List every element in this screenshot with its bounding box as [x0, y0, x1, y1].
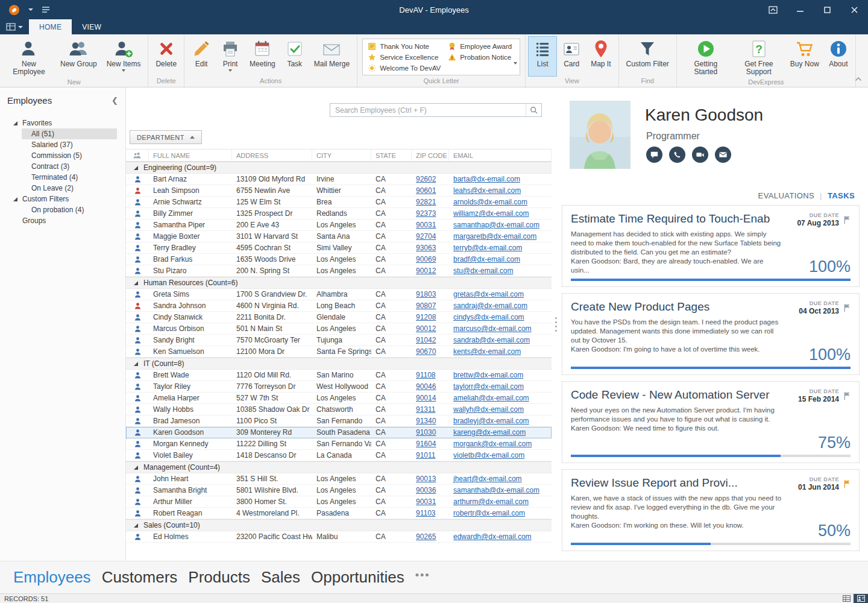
email-link[interactable]: gretas@dx-email.com	[453, 290, 524, 298]
table-row[interactable]: Brett Wade1120 Old Mill Rd.San MarinoCA9…	[126, 370, 552, 381]
quick-letter-employee-award[interactable]: Employee Award	[448, 42, 512, 51]
email-link[interactable]: sandraj@dx-email.com	[453, 302, 527, 310]
chat-button[interactable]	[646, 147, 662, 163]
sidebar-item[interactable]: Commission (5)	[22, 150, 117, 161]
table-row[interactable]: Sandy Bright7570 McGroarty TerTujungaCA9…	[126, 335, 552, 346]
email-link[interactable]: jheart@dx-email.com	[453, 475, 522, 483]
zip-link[interactable]: 93063	[416, 244, 436, 252]
zip-link[interactable]: 91042	[416, 336, 436, 344]
table-row[interactable]: Violet Bailey1418 Descanso DrLa CanadaCA…	[126, 450, 552, 461]
table-row[interactable]: Karen Goodson309 Monterey RdSouth Pasade…	[126, 427, 552, 438]
about-button[interactable]: About	[824, 36, 853, 78]
panel-splitter[interactable]	[552, 87, 560, 561]
email-link[interactable]: barta@dx-email.com	[453, 175, 520, 183]
zip-link[interactable]: 90046	[416, 382, 436, 391]
search-button[interactable]	[526, 104, 541, 116]
table-row[interactable]: Samantha Piper200 E Ave 43Los AngelesCA9…	[126, 219, 552, 231]
maximize-button[interactable]	[814, 0, 841, 19]
sidebar-item[interactable]: On probation (4)	[22, 204, 117, 215]
email-link[interactable]: cindys@dx-email.com	[453, 313, 524, 321]
zip-link[interactable]: 91103	[416, 509, 435, 517]
view-switcher-button[interactable]	[0, 19, 29, 34]
nav-item-customers[interactable]: Customers	[102, 568, 178, 587]
email-link[interactable]: leahs@dx-email.com	[453, 186, 521, 195]
email-link[interactable]: williamz@dx-email.com	[453, 209, 529, 218]
column-header-full-name[interactable]: FULL NAME	[149, 150, 232, 161]
table-row[interactable]: John Heart351 S Hill St.Los AngelesCA900…	[126, 473, 552, 485]
tab-view[interactable]: VIEW	[72, 19, 112, 34]
tab-tasks[interactable]: TASKS	[828, 191, 855, 200]
quick-letter-service-excellence[interactable]: Service Excellence	[368, 53, 441, 62]
new-group-button[interactable]: New Group	[55, 36, 102, 78]
task-card[interactable]: Create New Product PagesDUE DATE04 Oct 2…	[562, 293, 860, 375]
tree-section[interactable]: Groups	[0, 215, 125, 226]
zip-link[interactable]: 90601	[416, 186, 436, 195]
email-link[interactable]: robertr@dx-email.com	[453, 509, 525, 517]
tree-section[interactable]: Custom Filters	[0, 194, 125, 204]
email-link[interactable]: ameliah@dx-email.com	[453, 394, 529, 402]
table-row[interactable]: Sandra Johnson4600 N Virginia Rd.Long Be…	[126, 300, 552, 312]
table-row[interactable]: Bart Arnaz13109 Old Myford RdIrvineCA926…	[126, 174, 552, 185]
zip-link[interactable]: 91604	[416, 440, 436, 448]
zip-link[interactable]: 91030	[416, 428, 436, 437]
zip-link[interactable]: 91311	[416, 405, 435, 414]
nav-item-opportunities[interactable]: Opportunities	[311, 568, 404, 587]
video-call-button[interactable]	[692, 147, 708, 163]
email-link[interactable]: arnolds@dx-email.com	[453, 198, 527, 206]
table-row[interactable]: Amelia Harper527 W 7th StLos AngelesCA90…	[126, 393, 552, 404]
table-row[interactable]: Maggie Boxter3101 W Harvard StSanta AnaC…	[126, 231, 552, 242]
list-view-button[interactable]: List	[528, 36, 557, 77]
email-link[interactable]: kents@dx-email.com	[453, 347, 521, 356]
column-header-city[interactable]: CITY	[312, 150, 371, 161]
group-row[interactable]: Sales (Count=10)	[126, 519, 552, 531]
email-link[interactable]: bradleyj@dx-email.com	[453, 417, 529, 425]
zip-link[interactable]: 90013	[416, 475, 436, 483]
zip-link[interactable]: 90036	[416, 486, 436, 494]
email-link[interactable]: wallyh@dx-email.com	[453, 405, 524, 414]
card-view-button[interactable]: Card	[557, 36, 586, 77]
email-link[interactable]: margaretb@dx-email.com	[453, 232, 536, 241]
task-card[interactable]: Review Issue Report and Provi...DUE DATE…	[562, 469, 860, 551]
table-row[interactable]: Arnie Schwartz125 W Elm StBreaCA92821arn…	[126, 197, 552, 208]
grid-view-toggle[interactable]	[839, 594, 854, 603]
getting-started-button[interactable]: Getting Started	[679, 36, 732, 78]
meeting-button[interactable]: Meeting	[245, 36, 280, 77]
sidebar-item[interactable]: Contract (3)	[22, 161, 117, 172]
task-card[interactable]: Code Review - New Automation ServerDUE D…	[562, 381, 860, 463]
email-link[interactable]: kareng@dx-email.com	[453, 428, 526, 437]
mail-merge-button[interactable]: Mail Merge	[309, 36, 354, 77]
table-row[interactable]: Leah Simpson6755 Newlin AveWhittierCA906…	[126, 185, 552, 197]
customize-toolbar-icon[interactable]	[42, 6, 50, 13]
zip-link[interactable]: 91208	[416, 313, 436, 321]
zip-link[interactable]: 91803	[416, 290, 436, 298]
group-by-department-button[interactable]: DEPARTMENT	[130, 130, 202, 144]
table-row[interactable]: Taylor Riley7776 Torreyson DrWest Hollyw…	[126, 381, 552, 393]
nav-item-products[interactable]: Products	[188, 568, 250, 587]
table-row[interactable]: Wally Hobbs10385 Shadow Oak DrChatsworth…	[126, 404, 552, 415]
email-link[interactable]: taylorr@dx-email.com	[453, 382, 524, 391]
email-link[interactable]: brettw@dx-email.com	[453, 371, 523, 379]
column-header-zip-code[interactable]: ZIP CODE	[412, 150, 449, 161]
group-row[interactable]: Engineering (Count=9)	[126, 162, 552, 174]
zip-link[interactable]: 90031	[416, 497, 436, 506]
column-header-email[interactable]: EMAIL	[449, 150, 552, 161]
email-link[interactable]: stu@dx-email.com	[453, 267, 514, 275]
table-row[interactable]: Terry Bradley4595 Cochran StSimi ValleyC…	[126, 242, 552, 254]
edit-button[interactable]: Edit	[187, 36, 216, 77]
table-row[interactable]: Cindy Stanwick2211 Bonita Dr.GlendaleCA9…	[126, 312, 552, 323]
card-view-toggle[interactable]	[854, 594, 868, 603]
email-link[interactable]: bradf@dx-email.com	[453, 255, 520, 264]
zip-link[interactable]: 91011	[416, 451, 435, 459]
nav-item-sales[interactable]: Sales	[261, 568, 300, 587]
zip-link[interactable]: 92821	[416, 198, 436, 206]
group-row[interactable]: Human Resources (Count=6)	[126, 277, 552, 289]
map-it-button[interactable]: Map It	[586, 36, 615, 77]
email-link[interactable]: sandrab@dx-email.com	[453, 336, 530, 344]
column-header-icon[interactable]	[126, 150, 149, 161]
zip-link[interactable]: 90012	[416, 324, 436, 333]
email-link[interactable]: morgank@dx-email.com	[453, 440, 532, 448]
zip-link[interactable]: 90807	[416, 302, 436, 310]
tab-evaluations[interactable]: EVALUATIONS	[758, 191, 815, 200]
table-row[interactable]: Brad Farkus1635 Woods DriveLos AngelesCA…	[126, 254, 552, 265]
email-link[interactable]: violetb@dx-email.com	[453, 451, 524, 459]
